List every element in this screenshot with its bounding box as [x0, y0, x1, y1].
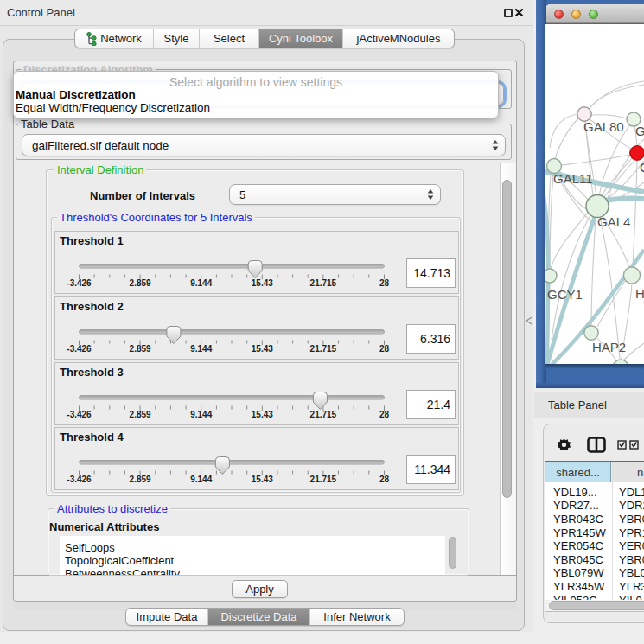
svg-text:2.859: 2.859 — [130, 475, 151, 484]
svg-text:-3.426: -3.426 — [67, 475, 92, 484]
svg-text:C: C — [640, 160, 644, 175]
svg-text:21.715: 21.715 — [310, 475, 337, 484]
svg-text:9.144: 9.144 — [190, 475, 212, 484]
svg-text:28: 28 — [379, 344, 390, 354]
svg-text:-3.426: -3.426 — [67, 344, 92, 354]
svg-text:-3.426: -3.426 — [67, 410, 92, 419]
svg-text:GCY1: GCY1 — [547, 287, 583, 302]
svg-text:2.859: 2.859 — [130, 410, 151, 419]
svg-text:28: 28 — [379, 278, 390, 288]
svg-text:9.144: 9.144 — [190, 344, 212, 354]
svg-text:GAL11: GAL11 — [553, 171, 593, 186]
svg-text:2.859: 2.859 — [130, 344, 151, 354]
svg-text:21.715: 21.715 — [310, 410, 337, 419]
svg-text:9.144: 9.144 — [190, 410, 212, 419]
svg-text:GA: GA — [635, 124, 644, 138]
svg-text:HAP2: HAP2 — [592, 340, 626, 354]
svg-text:-3.426: -3.426 — [67, 278, 92, 288]
svg-text:28: 28 — [379, 475, 390, 484]
svg-text:15.43: 15.43 — [252, 475, 273, 484]
svg-text:15.43: 15.43 — [252, 410, 273, 419]
svg-text:9.144: 9.144 — [190, 278, 212, 288]
svg-text:HI: HI — [635, 286, 644, 301]
svg-text:28: 28 — [379, 410, 390, 419]
svg-text:15.43: 15.43 — [252, 344, 273, 354]
svg-text:GAL80: GAL80 — [583, 119, 624, 134]
svg-text:21.715: 21.715 — [310, 278, 337, 288]
svg-text:15.43: 15.43 — [252, 278, 273, 288]
svg-text:21.715: 21.715 — [310, 344, 337, 354]
svg-text:2.859: 2.859 — [130, 278, 151, 288]
svg-text:GAL4: GAL4 — [597, 214, 630, 229]
